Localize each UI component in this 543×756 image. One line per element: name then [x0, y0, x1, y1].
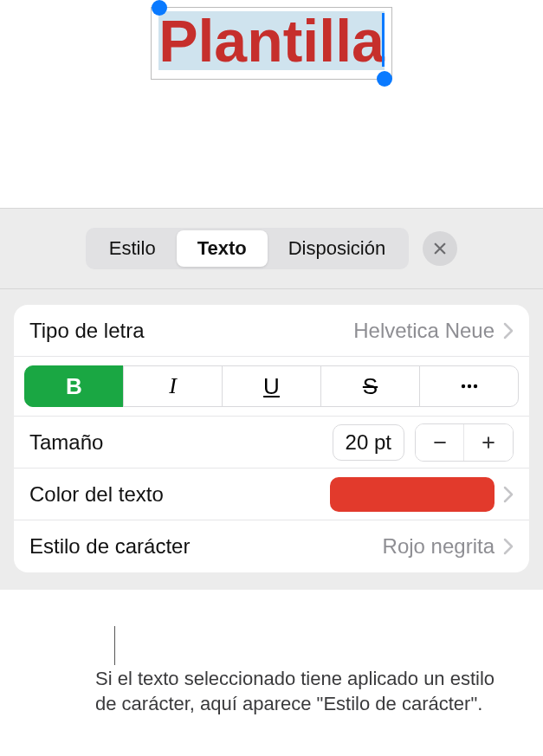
format-panel: Estilo Texto Disposición Tipo de letra H… — [0, 208, 543, 590]
tab-layout[interactable]: Disposición — [268, 230, 407, 267]
size-value[interactable]: 20 pt — [333, 424, 404, 461]
strikethrough-button[interactable]: S — [320, 365, 420, 407]
underline-button[interactable]: U — [222, 365, 321, 407]
minus-icon — [431, 434, 449, 451]
selection-handle-bottom-right[interactable] — [377, 71, 392, 87]
character-style-value: Rojo negrita — [383, 534, 495, 559]
close-button[interactable] — [423, 231, 457, 266]
tab-row: Estilo Texto Disposición — [0, 228, 543, 288]
font-value: Helvetica Neue — [353, 319, 495, 343]
chevron-right-icon — [503, 486, 514, 503]
format-card: Tipo de letra Helvetica Neue B I U S Tam… — [14, 305, 529, 572]
svg-point-0 — [461, 384, 464, 388]
size-decrease-button[interactable] — [416, 424, 464, 461]
text-caret — [382, 13, 385, 67]
chevron-right-icon — [503, 322, 514, 339]
segmented-control: Estilo Texto Disposición — [86, 228, 409, 269]
style-buttons-row: B I U S — [14, 357, 529, 417]
color-swatch[interactable] — [330, 477, 495, 512]
size-row: Tamaño 20 pt — [14, 417, 529, 468]
tab-style[interactable]: Estilo — [88, 230, 177, 267]
callout-leader-line — [114, 626, 115, 665]
plus-icon — [480, 434, 497, 451]
character-style-row[interactable]: Estilo de carácter Rojo negrita — [14, 520, 529, 572]
callout-text: Si el texto seleccionado tiene aplicado … — [95, 667, 508, 716]
font-row[interactable]: Tipo de letra Helvetica Neue — [14, 305, 529, 357]
text-color-row[interactable]: Color del texto — [14, 468, 529, 520]
character-style-label: Estilo de carácter — [29, 534, 383, 559]
selected-text[interactable]: Plantilla — [158, 8, 385, 74]
canvas-area: Plantilla — [0, 0, 543, 208]
chevron-right-icon — [503, 538, 514, 555]
size-increase-button[interactable] — [464, 424, 513, 461]
svg-point-2 — [473, 384, 476, 388]
tab-text[interactable]: Texto — [177, 230, 268, 267]
font-label: Tipo de letra — [29, 319, 353, 343]
bold-button[interactable]: B — [24, 365, 124, 407]
text-color-label: Color del texto — [29, 482, 330, 507]
text-box-selection[interactable]: Plantilla — [151, 7, 392, 80]
selected-text-highlight: Plantilla — [158, 11, 385, 70]
size-stepper — [415, 423, 514, 462]
svg-point-1 — [467, 384, 470, 388]
selection-handle-top-left[interactable] — [152, 0, 167, 16]
italic-button[interactable]: I — [123, 365, 223, 407]
more-styles-button[interactable] — [419, 365, 519, 407]
size-label: Tamaño — [29, 430, 333, 455]
close-icon — [432, 241, 448, 256]
panel-body: Tipo de letra Helvetica Neue B I U S Tam… — [0, 288, 543, 590]
more-icon — [459, 376, 480, 397]
